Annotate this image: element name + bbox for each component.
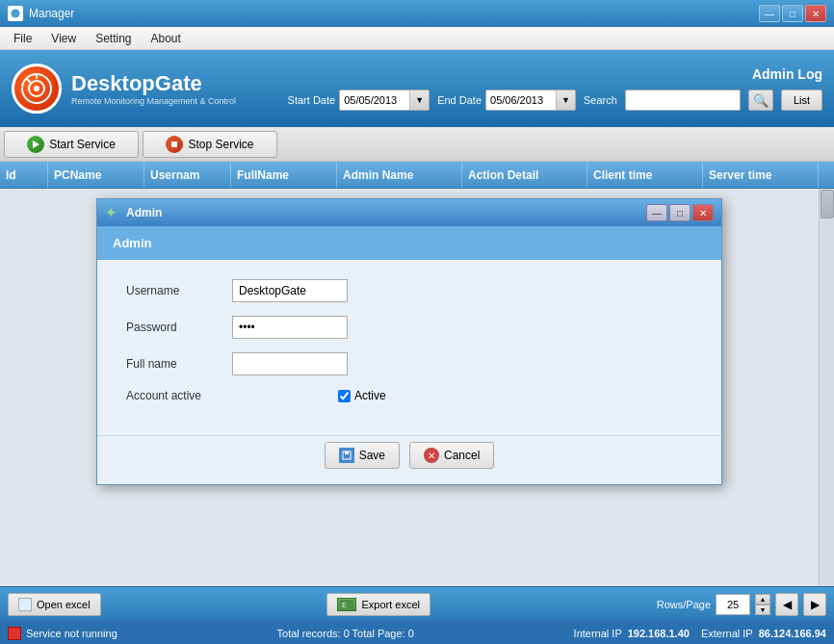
- window-title: Manager: [29, 7, 759, 20]
- external-ip-value: 86.124.166.94: [759, 628, 826, 639]
- menu-setting[interactable]: Setting: [86, 29, 141, 48]
- logo-area: DesktopGate Remote Monitoring Management…: [12, 64, 252, 114]
- logo-title: DesktopGate: [71, 71, 236, 96]
- fullname-input[interactable]: [232, 352, 348, 375]
- statusbar: Open excel E Export excel Rows/Page ▲ ▼ …: [0, 586, 834, 621]
- dialog-footer: Save ✕ Cancel: [97, 435, 721, 484]
- service-status-text: Service not running: [26, 628, 117, 639]
- username-label: Username: [126, 284, 232, 297]
- col-fullname: FullName: [231, 162, 337, 188]
- admin-dialog: ✦ Admin — □ ✕ Admin Username: [96, 198, 722, 485]
- bottom-strip: Service not running Total records: 0 Tot…: [0, 621, 834, 644]
- search-button[interactable]: 🔍: [748, 90, 773, 111]
- password-input[interactable]: [232, 316, 348, 339]
- svg-point-0: [11, 9, 20, 18]
- svg-marker-5: [33, 141, 39, 148]
- service-status: Service not running: [8, 627, 117, 640]
- search-input[interactable]: [625, 90, 741, 111]
- end-date-group: End Date ▼: [437, 90, 576, 111]
- username-input[interactable]: [232, 279, 348, 302]
- cancel-icon: ✕: [424, 448, 439, 463]
- window-titlebar: Manager — □ ✕: [0, 0, 834, 27]
- logo-text: DesktopGate Remote Monitoring Management…: [71, 71, 236, 106]
- rows-spin-down[interactable]: ▼: [755, 605, 770, 615]
- password-row: Password: [126, 316, 692, 339]
- close-button[interactable]: ✕: [805, 5, 826, 22]
- stop-service-icon: [166, 136, 183, 153]
- start-date-label: Start Date: [288, 94, 336, 106]
- start-date-picker-button[interactable]: ▼: [409, 90, 429, 110]
- active-label: Active: [354, 389, 386, 402]
- account-active-label: Account active: [126, 389, 232, 402]
- fullname-label: Full name: [126, 357, 232, 371]
- account-active-row: Account active Active: [126, 389, 692, 402]
- list-button[interactable]: List: [781, 90, 822, 111]
- dialog-close-button[interactable]: ✕: [692, 204, 714, 221]
- menu-view[interactable]: View: [41, 29, 86, 48]
- active-checkbox-group: Active: [338, 389, 386, 402]
- fullname-row: Full name: [126, 352, 692, 375]
- svg-point-4: [34, 86, 39, 91]
- menu-file[interactable]: File: [4, 29, 41, 48]
- col-id: Id: [0, 162, 48, 188]
- menu-about[interactable]: About: [142, 29, 191, 48]
- export-excel-label: Export excel: [361, 599, 420, 610]
- internal-ip-value: 192.168.1.40: [628, 628, 690, 639]
- next-page-button[interactable]: ▶: [803, 593, 826, 616]
- svg-rect-8: [345, 451, 349, 454]
- menubar: File View Setting About: [0, 27, 834, 50]
- export-excel-button[interactable]: E Export excel: [326, 593, 430, 616]
- rows-per-page-label: Rows/Page: [657, 599, 711, 610]
- start-date-input-wrap: ▼: [339, 90, 430, 111]
- end-date-picker-button[interactable]: ▼: [556, 90, 575, 110]
- header-right: Admin Log Start Date ▼ End Date ▼ S: [252, 66, 822, 111]
- prev-page-button[interactable]: ◀: [775, 593, 798, 616]
- window-icon: [8, 6, 23, 21]
- dialog-minimize-button[interactable]: —: [646, 204, 667, 221]
- col-username: Usernam: [144, 162, 231, 188]
- open-excel-icon: [18, 598, 32, 611]
- svg-rect-6: [171, 142, 177, 147]
- minimize-button[interactable]: —: [759, 5, 780, 22]
- rows-per-page-input[interactable]: [716, 594, 750, 615]
- rows-spin: ▲ ▼: [755, 594, 770, 615]
- col-action: Action Detail: [462, 162, 587, 188]
- external-ip-label: External IP 86.124.166.94: [701, 628, 826, 639]
- col-servertime: Server time: [703, 162, 819, 188]
- logo-icon: [12, 64, 62, 114]
- cancel-label: Cancel: [444, 449, 480, 462]
- save-icon: [339, 448, 354, 463]
- export-excel-icon: E: [337, 598, 356, 611]
- search-label: Search: [584, 94, 617, 106]
- logo-subtitle: Remote Monitoring Management & Control: [71, 96, 236, 106]
- start-date-group: Start Date ▼: [288, 90, 430, 111]
- dialog-maximize-button[interactable]: □: [669, 204, 691, 221]
- ip-group: Internal IP 192.168.1.40 External IP 86.…: [574, 628, 826, 639]
- cancel-button[interactable]: ✕ Cancel: [409, 442, 494, 469]
- active-checkbox[interactable]: [338, 390, 351, 402]
- end-date-input[interactable]: [486, 90, 556, 110]
- save-label: Save: [359, 449, 385, 462]
- rows-spin-up[interactable]: ▲: [755, 594, 770, 605]
- start-service-icon: [27, 136, 44, 153]
- internal-ip-label: Internal IP 192.168.1.40: [574, 628, 690, 639]
- maximize-button[interactable]: □: [782, 5, 803, 22]
- end-date-label: End Date: [437, 94, 482, 106]
- stop-service-label: Stop Service: [188, 138, 253, 151]
- svg-text:E: E: [342, 602, 347, 608]
- stop-service-button[interactable]: Stop Service: [143, 131, 277, 158]
- rows-per-page-group: Rows/Page ▲ ▼ ◀ ▶: [657, 593, 826, 616]
- dialog-titlebar: ✦ Admin — □ ✕: [97, 199, 721, 226]
- dialog-controls: — □ ✕: [646, 204, 714, 221]
- dialog-title: Admin: [126, 206, 646, 219]
- dialog-body: Admin Username Password: [97, 226, 721, 484]
- modal-overlay: ✦ Admin — □ ✕ Admin Username: [0, 189, 834, 586]
- start-service-label: Start Service: [49, 138, 116, 151]
- open-excel-label: Open excel: [37, 599, 91, 610]
- content-area: ✦ Admin — □ ✕ Admin Username: [0, 189, 834, 586]
- save-button[interactable]: Save: [325, 442, 400, 469]
- open-excel-button[interactable]: Open excel: [8, 593, 101, 616]
- start-service-button[interactable]: Start Service: [4, 131, 139, 158]
- start-date-input[interactable]: [340, 90, 409, 110]
- header-controls: Start Date ▼ End Date ▼ Search 🔍 Li: [288, 90, 822, 111]
